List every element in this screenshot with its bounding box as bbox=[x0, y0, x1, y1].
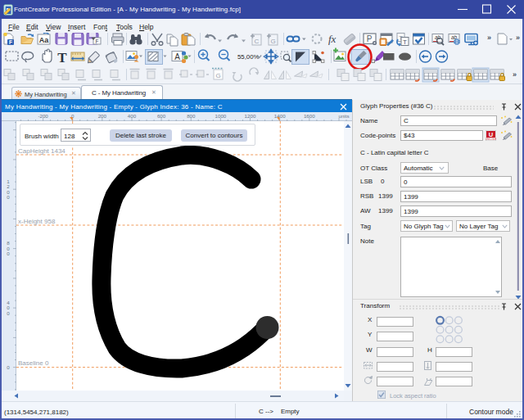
svg-text:1000: 1000 bbox=[215, 113, 227, 119]
svg-text:200: 200 bbox=[98, 113, 107, 119]
svg-text:»: » bbox=[513, 70, 517, 79]
svg-text:0: 0 bbox=[7, 251, 10, 256]
svg-text:G: G bbox=[270, 38, 275, 45]
svg-text:UNICODE: UNICODE bbox=[486, 138, 496, 141]
svg-text:800: 800 bbox=[187, 113, 196, 119]
svg-text:»: » bbox=[516, 34, 520, 42]
svg-text:0: 0 bbox=[7, 194, 10, 200]
svg-text:1400: 1400 bbox=[274, 113, 286, 119]
svg-text:G: G bbox=[215, 72, 220, 79]
svg-text:fx: fx bbox=[328, 33, 337, 45]
svg-text:C: C bbox=[255, 38, 260, 45]
svg-text:units: units bbox=[338, 113, 349, 119]
svg-text:55,00%: 55,00% bbox=[237, 53, 260, 61]
svg-text:CapHeight 1434: CapHeight 1434 bbox=[18, 147, 66, 155]
svg-text:x-Height 958: x-Height 958 bbox=[18, 218, 56, 225]
svg-text:1600: 1600 bbox=[304, 113, 315, 119]
svg-text:Aa: Aa bbox=[39, 36, 49, 44]
svg-text:T: T bbox=[57, 50, 67, 65]
svg-text:P: P bbox=[367, 34, 373, 43]
svg-text:»: » bbox=[487, 34, 491, 42]
svg-text:-200: -200 bbox=[38, 113, 48, 119]
svg-text:F: F bbox=[96, 38, 99, 44]
svg-text:T: T bbox=[403, 38, 407, 46]
svg-text:Baseline 0: Baseline 0 bbox=[18, 359, 49, 367]
svg-text:1200: 1200 bbox=[245, 113, 256, 119]
svg-text:0: 0 bbox=[7, 364, 10, 370]
svg-text:0: 0 bbox=[7, 310, 10, 316]
svg-text:F: F bbox=[9, 39, 12, 45]
svg-text:A: A bbox=[174, 52, 180, 61]
svg-text:600: 600 bbox=[157, 113, 166, 119]
svg-text:400: 400 bbox=[128, 113, 137, 119]
